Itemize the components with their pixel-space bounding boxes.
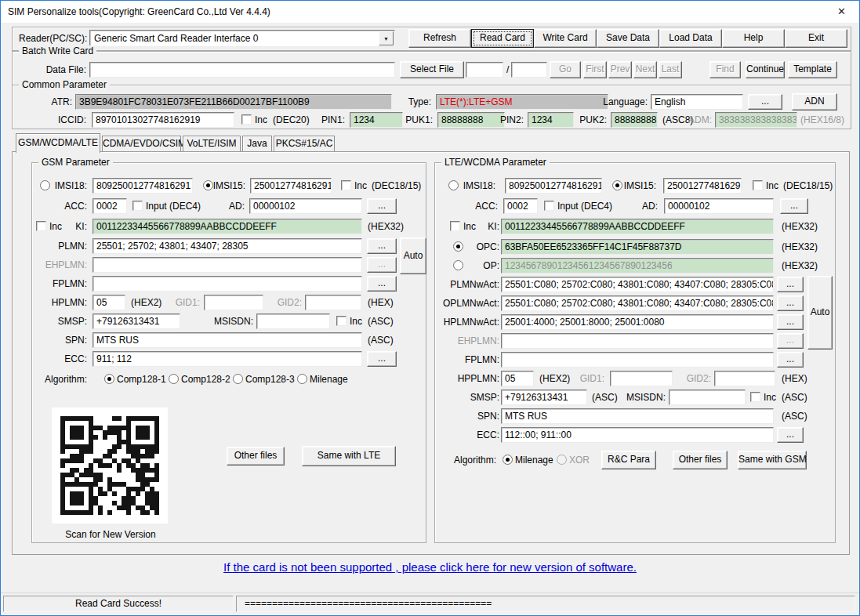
lte-alg-milenage-radio[interactable] bbox=[503, 455, 513, 465]
lte-op-radio[interactable] bbox=[453, 260, 463, 270]
lte-spn-input[interactable]: MTS RUS bbox=[501, 408, 774, 424]
page-from-input[interactable] bbox=[466, 62, 503, 78]
gsm-alg-milenage-radio[interactable] bbox=[297, 374, 307, 384]
tab-pkcs15-ac[interactable]: PKCS#15/AC bbox=[274, 136, 335, 151]
gsm-plmn-input[interactable]: 25501; 25702; 43801; 43407; 28305 bbox=[93, 238, 362, 254]
lte-imsi-inc-checkbox[interactable] bbox=[753, 180, 763, 190]
lte-ki-field[interactable]: 00112233445566778899AABBCCDDEEFF bbox=[501, 219, 774, 234]
save-data-button[interactable]: Save Data bbox=[597, 29, 659, 48]
lte-opc-radio[interactable] bbox=[453, 241, 463, 252]
gsm-ad-input[interactable]: 00000102 bbox=[249, 198, 362, 214]
lte-same-with-gsm-button[interactable]: Same with GSM bbox=[738, 451, 807, 469]
continue-button[interactable]: Continue bbox=[746, 61, 785, 78]
gsm-plmn-more-button[interactable]: ... bbox=[367, 238, 397, 254]
reader-combobox[interactable]: Generic Smart Card Reader Interface 0 ▼ bbox=[89, 30, 395, 47]
gsm-msisdn-inc-checkbox[interactable] bbox=[336, 316, 347, 326]
gsm-other-files-button[interactable]: Other files bbox=[227, 447, 285, 466]
data-file-input[interactable] bbox=[89, 62, 395, 78]
gsm-hplmn-input[interactable]: 05 bbox=[93, 295, 125, 310]
find-button[interactable]: Find bbox=[709, 61, 741, 78]
tab-java[interactable]: Java bbox=[242, 136, 272, 151]
gsm-ki-inc-checkbox[interactable] bbox=[36, 221, 46, 231]
page-to-input[interactable] bbox=[511, 62, 547, 78]
lte-imsi15-input[interactable]: 250012774816291 bbox=[663, 178, 742, 194]
language-field[interactable]: English bbox=[651, 94, 743, 110]
gsm-alg-comp128-1-radio[interactable] bbox=[104, 374, 114, 384]
lte-ecc-input[interactable]: 112::00; 911::00 bbox=[501, 427, 774, 443]
iccid-inc-checkbox[interactable] bbox=[241, 114, 252, 125]
lte-msisdn-label: MSISDN: bbox=[623, 390, 666, 405]
lte-msisdn-inc-checkbox[interactable] bbox=[750, 392, 760, 402]
lte-ehplmn-more-button[interactable]: ... bbox=[777, 333, 804, 349]
lte-hpplmn-input[interactable]: 05 bbox=[501, 371, 534, 386]
gsm-ki-field[interactable]: 00112233445566778899AABBCCDDEEFF bbox=[93, 219, 362, 234]
gsm-same-with-lte-button[interactable]: Same with LTE bbox=[302, 446, 396, 466]
puk2-field[interactable]: 88888888 bbox=[611, 112, 658, 128]
gsm-imsi15-input[interactable]: 250012774816291 bbox=[250, 178, 332, 194]
lte-hplmnwact-input[interactable]: 25001:4000; 25001:8000; 25001:0080 bbox=[501, 314, 774, 330]
gsm-imsi18-input[interactable]: 809250012774816291 bbox=[93, 178, 193, 194]
lte-rc-para-button[interactable]: R&C Para bbox=[601, 451, 656, 469]
lte-ad-input[interactable]: 00000102 bbox=[664, 198, 774, 214]
iccid-inc-label: Inc bbox=[255, 112, 267, 128]
lte-opc-field[interactable]: 63BFA50EE6523365FF14C1F45F88737D bbox=[501, 239, 774, 255]
gsm-ecc-input[interactable]: 911; 112 bbox=[93, 351, 362, 367]
gsm-ehplmn-more-button[interactable]: ... bbox=[367, 257, 397, 273]
tab-cdma-evdo-csim[interactable]: CDMA/EVDO/CSIM bbox=[102, 136, 181, 151]
lte-fplmn-more-button[interactable]: ... bbox=[777, 352, 804, 368]
first-button[interactable]: First bbox=[583, 61, 607, 78]
lte-unit-hex2: (HEX2) bbox=[539, 371, 570, 386]
gsm-imsi18-radio[interactable] bbox=[40, 180, 50, 190]
lte-acc-input[interactable]: 0002 bbox=[503, 198, 538, 214]
close-icon[interactable]: ✕ bbox=[824, 1, 859, 23]
lte-ecc-more-button[interactable]: ... bbox=[777, 427, 804, 443]
lte-plmnwact-more-button[interactable]: ... bbox=[777, 277, 804, 292]
lte-hplmnwact-more-button[interactable]: ... bbox=[777, 314, 804, 330]
gsm-alg-comp128-3-radio[interactable] bbox=[233, 374, 243, 384]
prev-button[interactable]: Prev bbox=[608, 61, 632, 78]
gsm-fplmn-more-button[interactable]: ... bbox=[367, 276, 397, 292]
gsm-ad-more-button[interactable]: ... bbox=[367, 198, 397, 214]
lte-oplmnwact-more-button[interactable]: ... bbox=[777, 295, 804, 311]
gsm-msisdn-input[interactable] bbox=[256, 313, 330, 329]
tab-volte-isim[interactable]: VoLTE/ISIM bbox=[183, 136, 241, 151]
lte-acc-input-checkbox[interactable] bbox=[544, 201, 554, 211]
read-card-button[interactable]: Read Card bbox=[471, 29, 534, 48]
lte-imsi18-radio[interactable] bbox=[448, 180, 459, 190]
lte-other-files-button[interactable]: Other files bbox=[673, 451, 728, 469]
gsm-imsi-inc-checkbox[interactable] bbox=[341, 180, 351, 190]
pin2-field[interactable]: 1234 bbox=[528, 112, 574, 128]
gsm-spn-input[interactable]: MTS RUS bbox=[93, 332, 362, 348]
next-button[interactable]: Next bbox=[633, 61, 657, 78]
help-button[interactable]: Help bbox=[722, 29, 785, 48]
gsm-acc-input[interactable]: 0002 bbox=[93, 198, 127, 214]
select-file-button[interactable]: Select File bbox=[400, 61, 464, 78]
gsm-smsp-input[interactable]: +79126313431 bbox=[93, 313, 180, 329]
iccid-input[interactable]: 89701013027748162919 bbox=[92, 112, 234, 128]
lte-imsi18-input[interactable]: 809250012774816291 bbox=[505, 178, 602, 194]
lte-smsp-input[interactable]: +79126313431 bbox=[501, 390, 587, 405]
load-data-button[interactable]: Load Data bbox=[659, 29, 722, 48]
lte-ki-inc-checkbox[interactable] bbox=[450, 221, 460, 231]
template-button[interactable]: Template bbox=[788, 61, 837, 78]
refresh-button[interactable]: Refresh bbox=[408, 29, 471, 48]
lte-msisdn-input[interactable] bbox=[669, 390, 746, 405]
gsm-alg-comp128-2-radio[interactable] bbox=[169, 374, 179, 384]
exit-button[interactable]: Exit bbox=[785, 29, 847, 48]
language-more-button[interactable]: ... bbox=[748, 94, 782, 110]
adn-button[interactable]: ADN bbox=[792, 93, 837, 111]
tab-gsm-wcdma-lte[interactable]: GSM/WCDMA/LTE bbox=[16, 133, 100, 153]
gsm-acc-input-checkbox[interactable] bbox=[132, 201, 143, 211]
last-button[interactable]: Last bbox=[659, 61, 682, 78]
go-button[interactable]: Go bbox=[550, 61, 581, 78]
lte-oplmnwact-input[interactable]: 25501:C080; 25702:C080; 43801:C080; 4340… bbox=[501, 295, 774, 311]
lte-ad-more-button[interactable]: ... bbox=[780, 198, 808, 214]
gsm-ecc-more-button[interactable]: ... bbox=[367, 351, 397, 367]
lte-fplmn-input[interactable] bbox=[501, 352, 774, 368]
update-link[interactable]: If the card is not been supported , plea… bbox=[1, 560, 859, 574]
write-card-button[interactable]: Write Card bbox=[534, 29, 597, 48]
gsm-fplmn-input[interactable] bbox=[93, 276, 362, 292]
dropdown-arrow-icon[interactable]: ▼ bbox=[379, 31, 394, 45]
lte-plmnwact-input[interactable]: 25501:C080; 25702:C080; 43801:C080; 4340… bbox=[501, 277, 774, 292]
pin1-field[interactable]: 1234 bbox=[350, 112, 403, 128]
